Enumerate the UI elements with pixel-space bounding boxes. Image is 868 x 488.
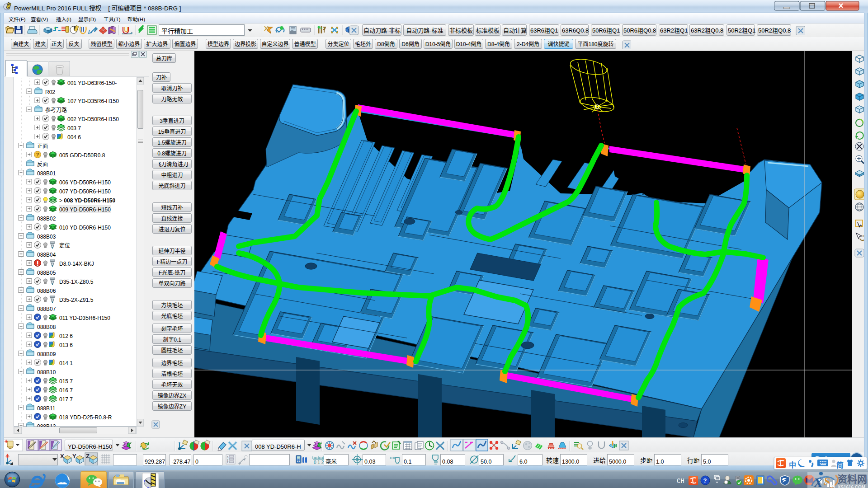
svg-text:z: z bbox=[227, 460, 228, 464]
svg-text:Z: Z bbox=[86, 453, 90, 460]
svg-text:Y: Y bbox=[72, 453, 76, 460]
svg-text:0 1 2: 0 1 2 bbox=[314, 460, 324, 465]
svg-text:X: X bbox=[60, 453, 64, 460]
svg-text:?: ? bbox=[703, 477, 707, 484]
svg-text:X: X bbox=[813, 475, 823, 488]
svg-text:S: S bbox=[824, 475, 830, 488]
